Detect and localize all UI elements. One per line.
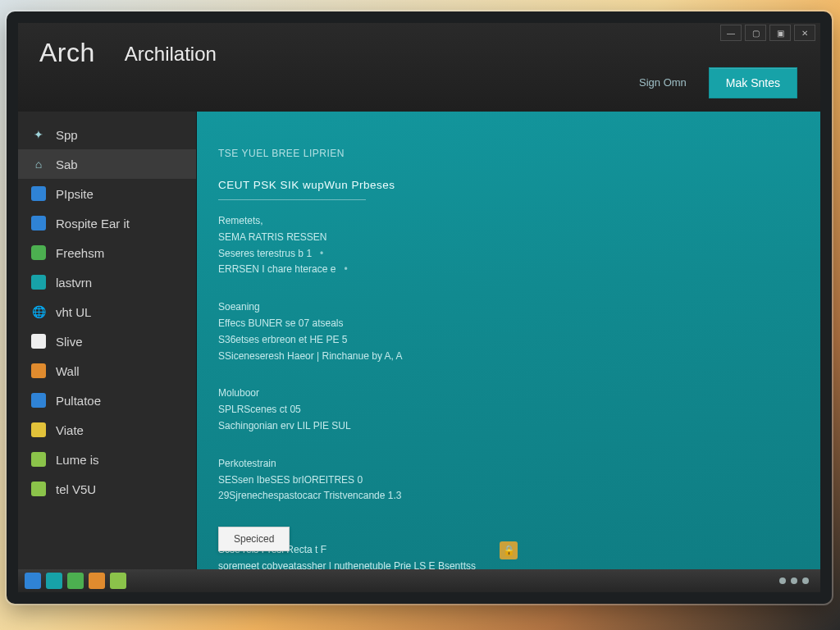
app-icon bbox=[31, 482, 46, 496]
output-line: SESsen IbeSES brIOREITRES 0 bbox=[218, 472, 799, 489]
taskbar-app-icon[interactable] bbox=[89, 573, 105, 589]
output-line: ERRSEN I chare hterace e bbox=[218, 262, 799, 278]
taskbar-app-icon[interactable] bbox=[110, 573, 126, 589]
output-line: SPLRScenes ct 05 bbox=[218, 402, 799, 418]
app-window: Arch Archilation — ▢ ▣ ✕ Sign Omn Mak Sn… bbox=[18, 23, 820, 569]
output-line: Sachingonian erv LIL PIE SUL bbox=[218, 418, 799, 435]
output-line: Effecs BUNER se 07 atseals bbox=[218, 316, 799, 332]
sidebar-item-pipsite[interactable]: PIpsite bbox=[18, 179, 196, 208]
sidebar-item-label: Freehsm bbox=[56, 246, 104, 260]
tray-indicator-icon bbox=[791, 578, 797, 584]
output-block: Moluboor SPLRScenes ct 05 Sachingonian e… bbox=[218, 386, 799, 434]
output-line: Aluve Eint bbox=[218, 526, 799, 542]
lock-icon: 🔒 bbox=[500, 541, 518, 559]
globe-icon: 🌐 bbox=[31, 304, 46, 319]
sidebar-item-label: Slive bbox=[56, 335, 83, 349]
star-icon: ✦ bbox=[31, 127, 46, 142]
sidebar-item-label: lastvrn bbox=[56, 276, 92, 290]
tray-indicator-icon bbox=[779, 578, 786, 584]
output-line: 29Sjrenechespastocacr Tristvencande 1.3 bbox=[218, 488, 799, 504]
output-line: Perkotestrain bbox=[218, 456, 799, 472]
output-line: S36etses erbreon et HE PE 5 bbox=[218, 332, 799, 349]
top-actions: Sign Omn Mak Sntes bbox=[627, 67, 797, 98]
sidebar-item-sab[interactable]: ⌂ Sab bbox=[18, 149, 196, 179]
sidebar-item-label: Sab bbox=[56, 158, 78, 171]
sidebar: ✦ Spp ⌂ Sab PIpsite Rospite Ear it bbox=[18, 112, 197, 569]
sidebar-item-label: Viate bbox=[56, 423, 84, 437]
output-block: Remetets, SEMA RATRIS RESSEN Seseres ter… bbox=[218, 213, 799, 278]
app-icon bbox=[31, 452, 46, 467]
taskbar-app-icon[interactable] bbox=[46, 573, 62, 589]
sidebar-item-vhtul[interactable]: 🌐 vht UL bbox=[18, 297, 196, 326]
app-icon bbox=[31, 363, 46, 378]
sidebar-item-label: PIpsite bbox=[56, 187, 94, 201]
sidebar-item-slive[interactable]: Slive bbox=[18, 326, 196, 356]
sidebar-item-label: tel V5U bbox=[56, 482, 96, 496]
output-line: Remetets, bbox=[218, 213, 799, 230]
sidebar-item-label: Spp bbox=[56, 128, 78, 142]
minimize-button[interactable]: — bbox=[720, 25, 742, 41]
window-controls: — ▢ ▣ ✕ bbox=[720, 25, 815, 41]
taskbar bbox=[18, 569, 820, 592]
app-icon bbox=[31, 275, 46, 290]
window-title: Archilation bbox=[125, 43, 217, 66]
divider bbox=[218, 199, 366, 200]
main-panel: TSE YUEL BREE LIPRIEN CEUT PSK SIK wupWu… bbox=[197, 112, 820, 569]
output-line: Seseres terestrus b 1 bbox=[218, 246, 799, 262]
tray-indicator-icon bbox=[802, 578, 809, 584]
sidebar-item-lumeis[interactable]: Lume is bbox=[18, 445, 196, 474]
sidebar-item-lastvrn[interactable]: lastvrn bbox=[18, 267, 196, 297]
sidebar-item-label: vht UL bbox=[56, 305, 91, 319]
output-block: Soeaning Effecs BUNER se 07 atseals S36e… bbox=[218, 299, 799, 364]
taskbar-app-icon[interactable] bbox=[67, 573, 84, 589]
output-block: Perkotestrain SESsen IbeSES brIOREITRES … bbox=[218, 456, 799, 504]
home-icon: ⌂ bbox=[31, 157, 46, 171]
sidebar-item-spp[interactable]: ✦ Spp bbox=[18, 120, 196, 149]
sidebar-item-label: Lume is bbox=[56, 453, 99, 467]
app-icon bbox=[31, 245, 46, 260]
sidebar-item-label: Pultatoe bbox=[56, 394, 101, 408]
sidebar-item-label: Rospite Ear it bbox=[56, 217, 130, 231]
signin-link[interactable]: Sign Omn bbox=[627, 67, 699, 98]
output-line: Soeaning bbox=[218, 299, 799, 316]
primary-action-button[interactable]: Mak Sntes bbox=[709, 67, 797, 98]
titlebar: Arch Archilation — ▢ ▣ ✕ Sign Omn Mak Sn… bbox=[18, 23, 820, 112]
taskbar-app-icon[interactable] bbox=[25, 573, 41, 589]
brand-label: Arch bbox=[39, 38, 95, 68]
section-title: CEUT PSK SIK wupWun Prbeses bbox=[218, 179, 799, 191]
sidebar-item-viate[interactable]: Viate bbox=[18, 415, 196, 445]
app-icon bbox=[31, 422, 46, 437]
app-icon bbox=[31, 393, 46, 408]
sidebar-item-rospite[interactable]: Rospite Ear it bbox=[18, 208, 196, 238]
sidebar-item-freehsm[interactable]: Freehsm bbox=[18, 238, 196, 267]
save-button[interactable]: Speciced bbox=[218, 527, 290, 551]
app-icon bbox=[31, 216, 46, 231]
system-tray[interactable] bbox=[779, 578, 814, 584]
maximize-button[interactable]: ▢ bbox=[745, 25, 766, 41]
app-icon bbox=[31, 186, 46, 201]
output-line: Moluboor bbox=[218, 386, 799, 402]
output-line: soremeet cobveatassher | nuthenetuble Pr… bbox=[218, 559, 799, 569]
sidebar-item-telv5u[interactable]: tel V5U bbox=[18, 474, 196, 504]
breadcrumb: TSE YUEL BREE LIPRIEN bbox=[218, 148, 345, 159]
close-button[interactable]: ✕ bbox=[794, 25, 815, 41]
maximize2-button[interactable]: ▣ bbox=[769, 25, 791, 41]
output-line: SSiceneseresh Haeor | Rinchanue by A, A bbox=[218, 349, 799, 365]
sidebar-item-pultatoe[interactable]: Pultatoe bbox=[18, 386, 196, 415]
sidebar-item-label: Wall bbox=[56, 364, 80, 378]
app-icon bbox=[31, 334, 46, 349]
sidebar-item-wall[interactable]: Wall bbox=[18, 356, 196, 386]
output-line: SEMA RATRIS RESSEN bbox=[218, 230, 799, 246]
